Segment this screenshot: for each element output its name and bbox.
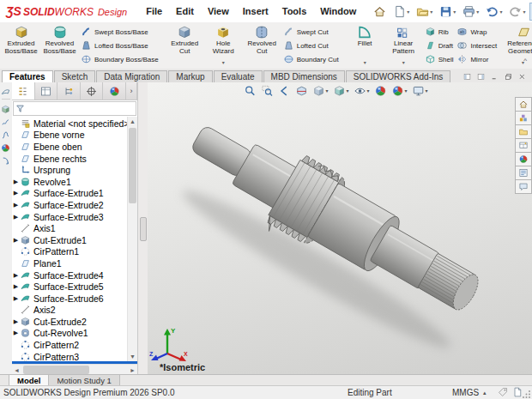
dropdown-caret-icon[interactable]: ▾ (499, 9, 502, 15)
undo-button[interactable]: ▾ (483, 3, 505, 21)
save-button[interactable]: ▾ (437, 3, 458, 21)
scroll-up-icon[interactable]: ▲ (128, 117, 137, 126)
apply-scene-button[interactable]: ▾ (390, 83, 410, 98)
expand-arrow-icon[interactable]: ▶ (12, 329, 20, 336)
custom-properties-tab[interactable] (515, 166, 532, 180)
tree-item-surface-extrude4[interactable]: ▶Surface-Extrude4 (12, 269, 127, 281)
mirror-button[interactable]: Mirror (456, 54, 497, 64)
splitter-handle[interactable] (140, 217, 147, 241)
tree-item-material-not-specified-[interactable]: Material <not specified> (12, 118, 127, 130)
lofted-boss-button[interactable]: Lofted Boss/Base (81, 40, 159, 51)
zoom-area-button[interactable] (259, 83, 276, 98)
tab-features[interactable]: Features (2, 70, 53, 82)
print-button[interactable]: ▾ (460, 3, 481, 21)
dropdown-caret-icon[interactable]: ▾ (402, 60, 405, 66)
new-doc-button[interactable]: ▾ (390, 3, 412, 21)
tree-filter-input[interactable] (27, 104, 136, 114)
home-button[interactable] (371, 3, 389, 21)
taskpane-home-tab[interactable] (515, 97, 532, 112)
dropdown-caret-icon[interactable]: ▾ (523, 9, 525, 15)
tree-item-ebene-oben[interactable]: Ebene oben (12, 141, 127, 153)
sketch-tool-button[interactable] (1, 115, 11, 126)
resize-grip[interactable] (523, 390, 531, 398)
tree-item-revolve1[interactable]: ▶Revolve1 (12, 176, 127, 188)
dock-pane-left-button[interactable] (460, 73, 474, 82)
tree-item-surface-extrude3[interactable]: ▶Surface-Extrude3 (12, 211, 127, 223)
redo-button[interactable]: ▾ (506, 3, 528, 21)
vscroll-thumb[interactable] (129, 128, 136, 203)
expand-arrow-icon[interactable]: ▶ (12, 214, 20, 221)
dropdown-caret-icon[interactable]: ▾ (367, 88, 370, 94)
tab-solidworks-add-ins[interactable]: SOLIDWORKS Add-Ins (346, 70, 450, 82)
units-caret-icon[interactable]: ▴ (483, 387, 487, 398)
dropdown-caret-icon[interactable]: ▾ (326, 88, 329, 94)
expand-arrow-icon[interactable]: ▶ (12, 272, 20, 279)
scroll-down-icon[interactable]: ▼ (128, 352, 137, 361)
revolved-cut-button[interactable]: RevolvedCut (243, 23, 281, 68)
tab-data-migration[interactable]: Data Migration (96, 70, 167, 82)
pin-menu-icon[interactable] (364, 9, 369, 14)
wrap-button[interactable]: abWrap (456, 27, 497, 37)
configuration-manager-tab[interactable] (57, 82, 81, 100)
status-units-selector[interactable]: MMGS (452, 387, 479, 398)
tree-item-ebene-rechts[interactable]: Ebene rechts (12, 153, 127, 165)
tree-item-cut-extrude2[interactable]: ▶Cut-Extrude2 (12, 316, 127, 328)
design-library-tab[interactable] (515, 111, 532, 125)
boundary-cut-button[interactable]: Boundary Cut (283, 54, 339, 64)
dropdown-caret-icon[interactable]: ▾ (222, 60, 225, 66)
hide-show-items-button[interactable]: ▾ (352, 83, 372, 98)
expand-arrow-icon[interactable]: ▶ (12, 283, 20, 290)
doc-close-button[interactable] (515, 73, 529, 82)
tree-item-cirpattern2[interactable]: CirPattern2 (12, 339, 127, 351)
hole-wizard-button[interactable]: HoleWizard▾ (204, 23, 243, 68)
reference-geometry-button[interactable]: ReferenceGeometry▾ (504, 23, 532, 68)
expand-arrow-icon[interactable]: ▶ (12, 178, 20, 185)
intersect-button[interactable]: Intersect (456, 40, 497, 51)
forum-tab[interactable] (515, 179, 532, 194)
dropdown-caret-icon[interactable]: ▾ (364, 60, 366, 66)
boundary-boss-button[interactable]: Boundary Boss/Base (81, 54, 159, 64)
expand-arrow-icon[interactable]: ▶ (12, 318, 20, 325)
rib-button[interactable]: Rib (425, 27, 454, 37)
extrude-tool-button[interactable] (1, 102, 11, 113)
display-style-button[interactable]: ▾ (331, 83, 352, 98)
open-button[interactable]: ▾ (414, 3, 435, 21)
expand-arrow-icon[interactable]: ▶ (12, 202, 20, 209)
tree-item-cut-extrude1[interactable]: ▶Cut-Extrude1 (12, 234, 127, 246)
tree-item-surface-extrude1[interactable]: ▶Surface-Extrude1 (12, 188, 127, 200)
tree-vertical-scrollbar[interactable]: ▲ ▼ (127, 117, 137, 361)
tag-icon[interactable] (498, 387, 508, 397)
view-palette-tab[interactable] (515, 138, 532, 153)
dropdown-caret-icon[interactable]: ▾ (476, 9, 479, 15)
edit-appearance-button[interactable] (372, 83, 390, 98)
tree-item-surface-extrude2[interactable]: ▶Surface-Extrude2 (12, 199, 127, 211)
tab-markup[interactable]: Markup (168, 70, 212, 82)
menu-window[interactable]: Window (313, 1, 363, 22)
lofted-cut-button[interactable]: Lofted Cut (283, 40, 339, 51)
dropdown-caret-icon[interactable]: ▾ (430, 9, 432, 15)
feature-tree-tab[interactable] (12, 82, 35, 100)
feature-manager-tabs-more[interactable]: › (126, 82, 137, 100)
tree-item-axis1[interactable]: Axis1 (12, 222, 127, 234)
tree-item-ebene-vorne[interactable]: Ebene vorne (12, 130, 127, 142)
convert-entities-button[interactable] (1, 154, 11, 165)
scroll-left-icon[interactable]: ◄ (12, 367, 21, 373)
tree-item-surface-extrude5[interactable]: ▶Surface-Extrude5 (12, 281, 127, 293)
view-settings-button[interactable]: ▾ (410, 83, 431, 98)
dropdown-caret-icon[interactable]: ▾ (426, 88, 428, 94)
tree-item-surface-extrude6[interactable]: ▶Surface-Extrude6 (12, 293, 127, 305)
extruded-boss-button[interactable]: ExtrudedBoss/Base (2, 23, 40, 68)
swept-cut-button[interactable]: Swept Cut (283, 27, 339, 37)
tree-item-cirpattern1[interactable]: CirPattern1 (12, 246, 127, 258)
menu-tools[interactable]: Tools (275, 1, 314, 22)
appearances-scenes-tab[interactable] (515, 152, 532, 166)
file-explorer-tab[interactable] (515, 124, 532, 139)
tree-item-ursprung[interactable]: Ursprung (12, 164, 127, 176)
display-manager-tab[interactable] (103, 82, 126, 100)
expand-arrow-icon[interactable]: ▶ (12, 190, 20, 196)
dropdown-caret-icon[interactable]: ▾ (453, 9, 456, 15)
previous-view-button[interactable] (276, 83, 293, 98)
dropdown-caret-icon[interactable]: ▾ (407, 9, 409, 15)
tree-item-axis2[interactable]: Axis2 (12, 305, 127, 317)
tab-evaluate[interactable]: Evaluate (214, 70, 263, 82)
